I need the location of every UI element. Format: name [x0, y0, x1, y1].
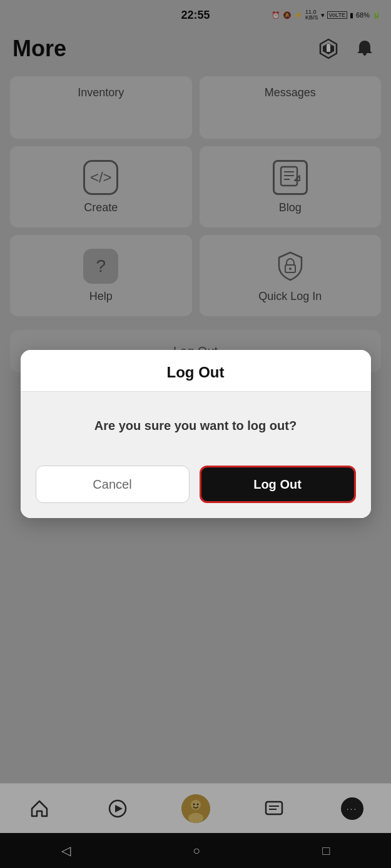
confirm-logout-button[interactable]: Log Out: [200, 466, 356, 503]
modal-header: Log Out: [21, 350, 371, 392]
modal-message: Are you sure you want to log out?: [94, 419, 297, 432]
modal-title: Log Out: [167, 364, 225, 381]
modal-body: Are you sure you want to log out?: [21, 392, 371, 453]
logout-modal: Log Out Are you sure you want to log out…: [21, 350, 371, 518]
cancel-button[interactable]: Cancel: [36, 466, 190, 503]
modal-overlay: Log Out Are you sure you want to log out…: [0, 0, 391, 868]
modal-actions: Cancel Log Out: [21, 453, 371, 518]
